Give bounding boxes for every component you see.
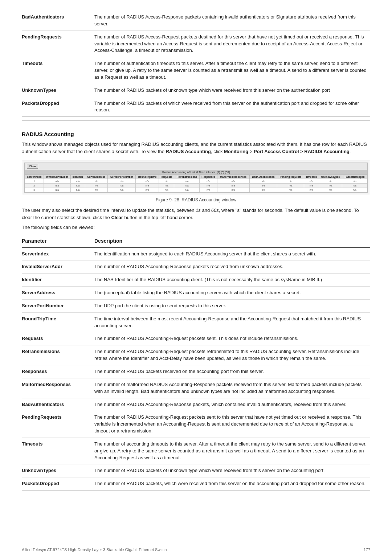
- accounting-param-table: Parameter Description ServerIndexThe ide…: [22, 234, 370, 491]
- column-header: Identifier: [71, 175, 85, 179]
- param-desc: The NAS-Identifier of the RADIUS account…: [94, 274, 370, 287]
- table-cell: n/a: [44, 179, 71, 184]
- table-row: BadAuthenticatorsThe number of RADIUS Ac…: [22, 398, 370, 411]
- table-cell: n/a: [200, 188, 217, 192]
- clear-button[interactable]: Clear: [27, 164, 38, 169]
- figure-caption: Figure 9- 28. RADIUS Accounting window: [22, 197, 370, 202]
- table-cell: n/a: [85, 188, 108, 192]
- param-desc: The number of RADIUS Accounting-Response…: [94, 398, 370, 411]
- param-desc: The number of RADIUS packets, which were…: [94, 477, 370, 491]
- column-header: ServerIndex: [25, 175, 44, 179]
- table-cell: n/a: [85, 184, 108, 188]
- footer-right: 177: [364, 547, 370, 552]
- param-col-header: Parameter: [22, 234, 94, 247]
- table-row: 1n/an/an/an/an/an/an/an/an/an/an/an/an/a…: [25, 179, 367, 184]
- table-cell: n/a: [71, 188, 85, 192]
- table-cell: n/a: [136, 179, 159, 184]
- figure-box: Clear Radius Accounting of Unit 0 Time i…: [22, 160, 370, 195]
- param-name: Requests: [22, 332, 94, 345]
- table-row: RetransmissionsThe number of RADIUS Acco…: [22, 345, 370, 365]
- param-name: PacketsDropped: [22, 477, 94, 491]
- param-name: BadAuthenticators: [22, 11, 94, 30]
- param-desc: The UDP port the client is using to send…: [94, 299, 370, 312]
- table-row: TimeoutsThe number of authentication tim…: [22, 57, 370, 84]
- radius-accounting-section: RADIUS Accounting This window shows mana…: [22, 131, 370, 491]
- param-name: Retransmissions: [22, 345, 94, 365]
- param-name: Identifier: [22, 274, 94, 287]
- table-cell: n/a: [108, 179, 136, 184]
- param-desc: The number of RADIUS Access-Request pack…: [94, 30, 370, 57]
- table-row: TimeoutsThe number of accounting timeout…: [22, 438, 370, 464]
- table-cell: n/a: [174, 179, 200, 184]
- table-cell: n/a: [174, 184, 200, 188]
- param-name: UnknownTypes: [22, 464, 94, 477]
- param-name: InvalidServerAddr: [22, 260, 94, 274]
- table-cell: n/a: [342, 184, 367, 188]
- top-param-table: BadAuthenticatorsThe number of RADIUS Ac…: [22, 11, 370, 117]
- page-footer: Allied Telesyn AT-9724TS High-Density La…: [0, 545, 392, 554]
- param-desc: The number of RADIUS Access-Response pac…: [94, 11, 370, 30]
- table-toolbar: Clear: [25, 163, 367, 170]
- column-header: ServerAddress: [85, 175, 108, 179]
- table-cell: n/a: [342, 179, 367, 184]
- table-row: ResponsesThe number of RADIUS packets re…: [22, 365, 370, 378]
- column-header: BadAuthentication: [249, 175, 277, 179]
- param-desc: The identification number assigned to ea…: [94, 247, 370, 260]
- table-row: RoundTripTimeThe time interval between t…: [22, 312, 370, 332]
- param-name: BadAuthenticators: [22, 398, 94, 411]
- table-cell: n/a: [108, 184, 136, 188]
- param-name: Timeouts: [22, 57, 94, 84]
- table-row: BadAuthenticatorsThe number of RADIUS Ac…: [22, 11, 370, 30]
- column-header: PendingRequests: [277, 175, 304, 179]
- table-cell: n/a: [200, 179, 217, 184]
- table-cell: n/a: [71, 179, 85, 184]
- table-cell: n/a: [136, 184, 159, 188]
- table-cell: n/a: [319, 184, 342, 188]
- table-cell: n/a: [217, 184, 249, 188]
- section-title: RADIUS Accounting: [22, 131, 370, 137]
- column-header: Retransmissions: [174, 175, 200, 179]
- table-cell: n/a: [159, 179, 174, 184]
- table-cell: n/a: [44, 184, 71, 188]
- table-cell: n/a: [44, 188, 71, 192]
- table-row: ServerIndexThe identification number ass…: [22, 247, 370, 260]
- table-row: ServerPortNumberThe UDP port the client …: [22, 299, 370, 312]
- column-header: Responses: [200, 175, 217, 179]
- param-name: ServerAddress: [22, 287, 94, 300]
- table-cell: n/a: [249, 184, 277, 188]
- param-desc: The number of RADIUS Accounting-Request …: [94, 411, 370, 438]
- table-cell: n/a: [71, 184, 85, 188]
- table-row: 2n/an/an/an/an/an/an/an/an/an/an/an/an/a…: [25, 184, 367, 188]
- column-header: Requests: [159, 175, 174, 179]
- column-header: Timeouts: [304, 175, 319, 179]
- table-cell: n/a: [277, 184, 304, 188]
- table-cell: n/a: [159, 188, 174, 192]
- table-cell: n/a: [277, 188, 304, 192]
- column-header: RoundTripTime: [136, 175, 159, 179]
- param-desc: The (conceptual) table listing the RADIU…: [94, 287, 370, 300]
- table-cell: 2: [25, 184, 44, 188]
- param-header-row: Parameter Description: [22, 234, 370, 247]
- param-desc: The number of accounting timeouts to thi…: [94, 438, 370, 464]
- param-name: Timeouts: [22, 438, 94, 464]
- param-name: PendingRequests: [22, 411, 94, 438]
- param-desc: The number of RADIUS Accounting-Request …: [94, 332, 370, 345]
- table-row: MalformedResponsesThe number of malforme…: [22, 378, 370, 398]
- table-cell: n/a: [159, 184, 174, 188]
- footer-left: Allied Telesyn AT-9724TS High-Density La…: [22, 547, 167, 552]
- column-header: PacketsDropped: [342, 175, 367, 179]
- accounting-data-table: ServerIndexInvalidServerAddrIdentifierSe…: [25, 175, 367, 192]
- param-desc: The number of RADIUS Accounting-Request …: [94, 345, 370, 365]
- table-cell: n/a: [85, 179, 108, 184]
- param-name: ServerPortNumber: [22, 299, 94, 312]
- post-figure-text: The user may also select the desired tim…: [22, 207, 370, 221]
- param-desc: The number of authentication timeouts to…: [94, 57, 370, 84]
- column-header: InvalidServerAddr: [44, 175, 71, 179]
- table-row: IdentifierThe NAS-Identifier of the RADI…: [22, 274, 370, 287]
- table-cell: n/a: [136, 188, 159, 192]
- column-header: ServerPortNumber: [108, 175, 136, 179]
- column-header: MalformedResponses: [217, 175, 249, 179]
- param-desc: The number of RADIUS packets of unknown …: [94, 84, 370, 97]
- param-desc: The number of malformed RADIUS Accountin…: [94, 378, 370, 398]
- table-cell: n/a: [200, 184, 217, 188]
